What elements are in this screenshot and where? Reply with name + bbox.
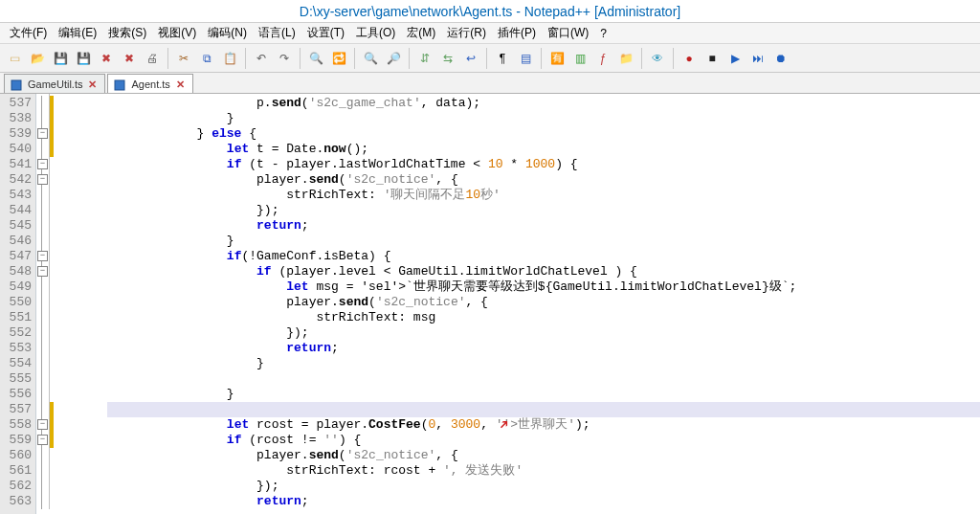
menu-bar: 文件(F)编辑(E)搜索(S)视图(V)编码(N)语言(L)设置(T)工具(O)… [0, 23, 980, 44]
line-number: 540 [0, 142, 32, 157]
code-line[interactable]: } else { [107, 126, 980, 142]
print-icon[interactable]: 🖨 [142, 48, 163, 69]
code-line[interactable]: if (t - player.lastWorldChatTime < 10 * … [107, 157, 980, 172]
line-number: 561 [0, 463, 32, 479]
file-tab[interactable]: Agent.ts✕ [107, 74, 192, 93]
fold-toggle-icon[interactable]: − [37, 128, 48, 139]
line-number: 557 [0, 402, 32, 417]
line-number: 539 [0, 126, 32, 142]
fold-gutter: −−−−−−− [36, 94, 50, 509]
fold-toggle-icon[interactable]: − [37, 159, 48, 169]
code-line[interactable]: strRichText: '聊天间隔不足10秒' [107, 188, 980, 203]
sync-h-icon[interactable]: ⇆ [437, 48, 458, 69]
line-number: 555 [0, 371, 32, 387]
line-number: 550 [0, 295, 32, 310]
fold-toggle-icon[interactable]: − [37, 174, 48, 185]
zoom-out-icon[interactable]: 🔎 [383, 48, 404, 69]
code-line[interactable]: } [107, 234, 980, 249]
menu-item[interactable]: 工具(O) [350, 25, 401, 41]
code-line[interactable]: let t = Date.now(); [107, 142, 980, 157]
line-number-gutter: 5375385395405415425435445455465475485495… [0, 94, 36, 514]
menu-item[interactable]: 插件(P) [492, 25, 542, 41]
current-line-highlight [107, 402, 980, 417]
replace-icon[interactable]: 🔁 [328, 48, 349, 69]
code-line[interactable] [107, 371, 980, 387]
save-icon[interactable]: 💾 [50, 48, 71, 69]
code-line[interactable]: if (player.level < GameUtil.limitWorldCh… [107, 264, 980, 279]
paste-icon[interactable]: 📋 [219, 48, 240, 69]
monitor-icon[interactable]: 👁 [647, 48, 668, 69]
code-line[interactable]: } [107, 387, 980, 402]
copy-icon[interactable]: ⧉ [196, 48, 217, 69]
indent-guide-icon[interactable]: ▤ [515, 48, 536, 69]
code-line[interactable]: if (rcost != '') { [107, 433, 980, 448]
change-bar [50, 94, 54, 509]
fold-toggle-icon[interactable]: − [37, 251, 48, 261]
menu-item[interactable]: 运行(R) [441, 25, 492, 41]
zoom-in-icon[interactable]: 🔍 [360, 48, 381, 69]
line-number: 549 [0, 279, 32, 295]
code-line[interactable]: strRichText: msg [107, 310, 980, 325]
code-line[interactable]: return; [107, 218, 980, 234]
save-macro-icon[interactable]: ⏺ [770, 48, 791, 69]
func-list-icon[interactable]: ƒ [592, 48, 613, 69]
code-line[interactable]: player.send('s2c_notice', { [107, 172, 980, 188]
close-icon[interactable]: ✖ [96, 48, 117, 69]
code-line[interactable]: strRichText: rcost + ', 发送失败' [107, 463, 980, 479]
tab-label: Agent.ts [131, 78, 169, 90]
sync-v-icon[interactable]: ⇵ [414, 48, 435, 69]
code-line[interactable]: let rcost = player.CostFee(0, 3000, ''>世… [107, 417, 980, 433]
fold-toggle-icon[interactable]: − [37, 435, 48, 445]
all-chars-icon[interactable]: ¶ [492, 48, 513, 69]
file-tab[interactable]: GameUtil.ts✕ [4, 74, 105, 93]
code-line[interactable]: p.send('s2c_game_chat', data); [107, 96, 980, 111]
menu-item[interactable]: 编码(N) [202, 25, 253, 41]
code-line[interactable]: }); [107, 325, 980, 341]
tab-close-icon[interactable]: ✕ [88, 78, 97, 90]
cut-icon[interactable]: ✂ [173, 48, 194, 69]
code-line[interactable]: }); [107, 203, 980, 218]
menu-item[interactable]: 设置(T) [301, 25, 350, 41]
tab-label: GameUtil.ts [28, 78, 82, 90]
code-line[interactable]: return; [107, 341, 980, 356]
doc-map-icon[interactable]: ▥ [569, 48, 590, 69]
wrap-icon[interactable]: ↩ [460, 48, 481, 69]
code-line[interactable]: }); [107, 479, 980, 494]
code-line[interactable]: return; [107, 494, 980, 509]
file-save-state-icon [11, 78, 22, 89]
menu-item[interactable]: 搜索(S) [102, 25, 152, 41]
save-all-icon[interactable]: 💾 [73, 48, 94, 69]
svg-rect-1 [115, 80, 124, 90]
close-all-icon[interactable]: ✖ [119, 48, 140, 69]
line-number: 560 [0, 448, 32, 463]
code-line[interactable]: player.send('s2c_notice', { [107, 448, 980, 463]
tab-close-icon[interactable]: ✕ [176, 78, 185, 90]
menu-item[interactable]: ? [594, 27, 612, 40]
code-line[interactable]: if(!GameConf.isBeta) { [107, 249, 980, 264]
undo-icon[interactable]: ↶ [251, 48, 272, 69]
code-line[interactable]: } [107, 356, 980, 371]
code-line[interactable]: let msg = 'sel'>`世界聊天需要等级达到${GameUtil.li… [107, 279, 980, 295]
play-icon[interactable]: ▶ [724, 48, 746, 69]
repeat-icon[interactable]: ⏭ [747, 48, 768, 69]
menu-item[interactable]: 语言(L) [253, 25, 301, 41]
open-file-icon[interactable]: 📂 [27, 48, 48, 69]
stop-icon[interactable]: ■ [702, 48, 723, 69]
new-file-icon[interactable]: ▭ [4, 48, 25, 69]
code-line[interactable]: player.send('s2c_notice', { [107, 295, 980, 310]
fold-toggle-icon[interactable]: − [37, 266, 48, 277]
lang-icon[interactable]: 🈶 [546, 48, 568, 69]
fold-toggle-icon[interactable]: − [37, 419, 48, 430]
menu-item[interactable]: 宏(M) [401, 25, 441, 41]
menu-item[interactable]: 窗口(W) [542, 25, 594, 41]
folder-icon[interactable]: 📁 [615, 48, 636, 69]
code-area[interactable]: ➔ p.send('s2c_game_chat', data); } } els… [107, 94, 980, 514]
find-icon[interactable]: 🔍 [305, 48, 326, 69]
code-editor[interactable]: 5375385395405415425435445455465475485495… [0, 94, 980, 514]
code-line[interactable]: } [107, 111, 980, 126]
menu-item[interactable]: 编辑(E) [53, 25, 102, 41]
menu-item[interactable]: 视图(V) [152, 25, 202, 41]
redo-icon[interactable]: ↷ [274, 48, 295, 69]
record-icon[interactable]: ● [679, 48, 700, 69]
menu-item[interactable]: 文件(F) [4, 25, 53, 41]
